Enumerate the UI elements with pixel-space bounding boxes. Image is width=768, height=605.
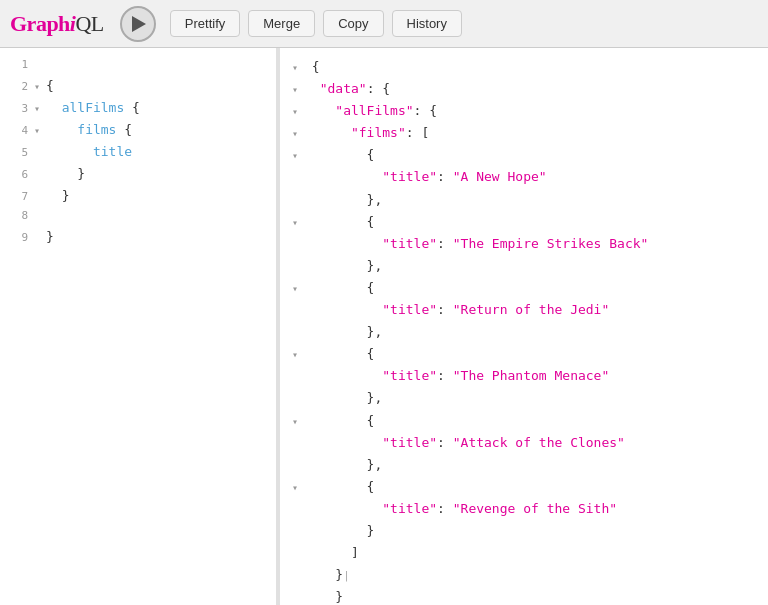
merge-button[interactable]: Merge: [248, 10, 315, 37]
code-line-5: 5 title: [0, 141, 276, 163]
resp-film-4-open: ▾ {: [280, 343, 768, 365]
query-editor[interactable]: 1 2 ▾ { 3 ▾ allFilms { 4 ▾ films { 5 tit…: [0, 48, 280, 605]
code-line-3: 3 ▾ allFilms {: [0, 97, 276, 119]
resp-film-2-open: ▾ {: [280, 211, 768, 233]
resp-film-5-open: ▾ {: [280, 410, 768, 432]
resp-film-1-close: },: [280, 189, 768, 211]
resp-film-5-close: },: [280, 454, 768, 476]
resp-films-array-close: ]: [280, 542, 768, 564]
resp-film-4-close: },: [280, 387, 768, 409]
run-button[interactable]: [120, 6, 156, 42]
resp-allfilms-close: }|: [280, 564, 768, 586]
resp-line-1: ▾ {: [280, 56, 768, 78]
play-icon: [132, 16, 146, 32]
resp-film-1-title: "title": "A New Hope": [280, 166, 768, 188]
toolbar: GraphiQL Prettify Merge Copy History: [0, 0, 768, 48]
resp-film-3-close: },: [280, 321, 768, 343]
resp-film-4-title: "title": "The Phantom Menace": [280, 365, 768, 387]
code-line-1: 1: [0, 56, 276, 75]
resp-film-3-open: ▾ {: [280, 277, 768, 299]
resp-film-6-close: }: [280, 520, 768, 542]
resp-film-3-title: "title": "Return of the Jedi": [280, 299, 768, 321]
resp-film-2-close: },: [280, 255, 768, 277]
code-line-8: 8: [0, 207, 276, 226]
resp-film-6-title: "title": "Revenge of the Sith": [280, 498, 768, 520]
code-line-2: 2 ▾ {: [0, 75, 276, 97]
main-content: 1 2 ▾ { 3 ▾ allFilms { 4 ▾ films { 5 tit…: [0, 48, 768, 605]
history-button[interactable]: History: [392, 10, 462, 37]
prettify-button[interactable]: Prettify: [170, 10, 240, 37]
resp-film-6-open: ▾ {: [280, 476, 768, 498]
resp-line-3: ▾ "allFilms": {: [280, 100, 768, 122]
code-line-9: 9 }: [0, 226, 276, 248]
resp-line-4: ▾ "films": [: [280, 122, 768, 144]
code-line-7: 7 }: [0, 185, 276, 207]
resp-film-5-title: "title": "Attack of the Clones": [280, 432, 768, 454]
resp-data-close: }: [280, 586, 768, 605]
app-logo: GraphiQL: [10, 11, 104, 37]
resp-line-2: ▾ "data": {: [280, 78, 768, 100]
code-line-4: 4 ▾ films {: [0, 119, 276, 141]
resp-film-2-title: "title": "The Empire Strikes Back": [280, 233, 768, 255]
resp-film-1-open: ▾ {: [280, 144, 768, 166]
copy-button[interactable]: Copy: [323, 10, 383, 37]
response-panel: ▾ { ▾ "data": { ▾ "allFilms": { ▾ "films…: [280, 48, 768, 605]
code-line-6: 6 }: [0, 163, 276, 185]
